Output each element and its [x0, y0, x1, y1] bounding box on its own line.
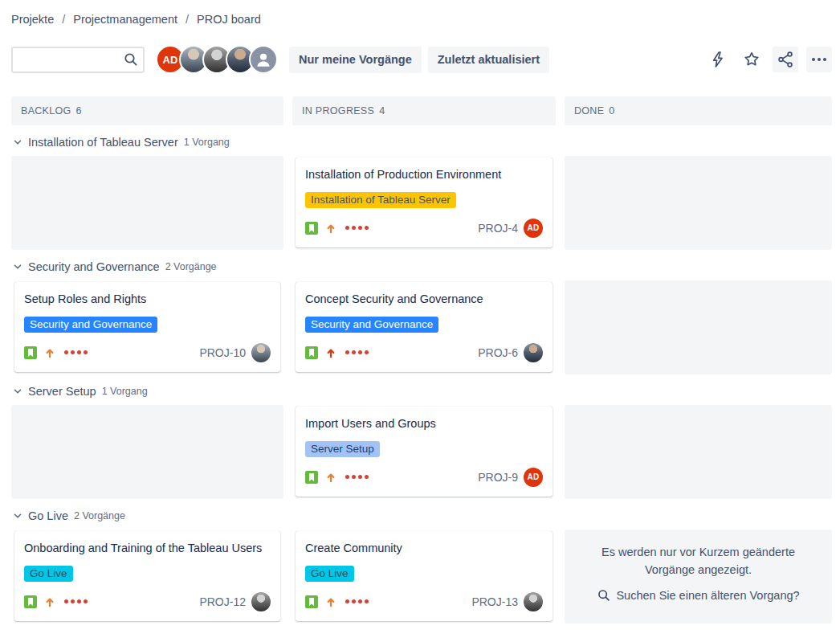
story-points-dots	[345, 599, 369, 603]
story-points-dots	[345, 350, 369, 354]
notice-message: Es werden nur vor Kurzem geänderte Vorgä…	[589, 544, 808, 579]
story-points-dots	[64, 350, 88, 354]
assignee-avatar[interactable]	[524, 592, 543, 611]
issue-title: Setup Roles and Rights	[24, 292, 271, 307]
avatar-group: AD	[156, 45, 278, 74]
issue-card-proj-4[interactable]: Installation of Production Environment I…	[296, 157, 553, 247]
epic-label: Go Live	[305, 566, 354, 582]
epic-label: Installation of Tableau Server	[305, 192, 456, 208]
swimlane-header-go-live[interactable]: Go Live 2 Vorgänge	[11, 509, 832, 522]
chevron-down-icon	[11, 385, 24, 398]
swimlane-installation: Installation of Production Environment I…	[11, 156, 832, 250]
story-type-icon	[305, 595, 318, 608]
lane-cell-backlog	[11, 405, 283, 499]
issue-card-footer: PROJ-9 AD	[305, 468, 543, 487]
lane-cell-backlog: Setup Roles and Rights Security and Gove…	[11, 280, 283, 374]
issue-key: PROJ-12	[199, 595, 246, 608]
breadcrumb-projects-link[interactable]: Projekte	[11, 13, 54, 26]
lane-cell-done: Es werden nur vor Kurzem geänderte Vorgä…	[565, 530, 832, 624]
swimlane-title: Go Live	[28, 509, 68, 522]
story-type-icon	[305, 222, 318, 235]
swimlane-server-setup: Import Users and Groups Server Setup PRO…	[11, 405, 832, 499]
share-button[interactable]	[773, 47, 798, 72]
swimlane-title: Server Setup	[28, 385, 96, 398]
share-icon	[776, 50, 795, 69]
story-type-icon	[305, 471, 318, 484]
breadcrumb-board-link[interactable]: PROJ board	[197, 13, 261, 26]
issue-title: Installation of Production Environment	[305, 167, 543, 182]
empty-column-area	[565, 156, 832, 250]
issue-title: Onboarding and Training of the Tableau U…	[24, 541, 271, 556]
search-older-issue-link[interactable]: Suchen Sie einen älteren Vorgang?	[597, 588, 799, 603]
epic-label: Security and Governance	[305, 317, 438, 333]
issue-key: PROJ-9	[478, 471, 518, 484]
done-column-notice: Es werden nur vor Kurzem geänderte Vorgä…	[565, 530, 832, 624]
epic-label: Go Live	[24, 566, 73, 582]
assignee-avatar[interactable]: AD	[524, 468, 543, 487]
swimlane-title: Security and Governance	[28, 260, 160, 273]
story-points-dots	[64, 599, 88, 603]
swimlane-go-live: Onboarding and Training of the Tableau U…	[11, 530, 832, 624]
empty-column-area	[565, 280, 832, 374]
swimlane-security: Setup Roles and Rights Security and Gove…	[11, 280, 832, 374]
lane-cell-in-progress: Installation of Production Environment I…	[292, 156, 556, 250]
issue-key: PROJ-4	[478, 222, 518, 235]
swimlane-header-server-setup[interactable]: Server Setup 1 Vorgang	[11, 385, 832, 398]
board-toolbar: AD Nur meine Vorgänge Zuletzt aktualisie…	[11, 45, 832, 74]
breadcrumb-separator: /	[186, 13, 189, 26]
issue-card-proj-13[interactable]: Create Community Go Live PROJ-13	[296, 531, 553, 621]
issue-card-footer: PROJ-13	[305, 592, 543, 611]
automation-bolt-button[interactable]	[705, 47, 731, 72]
issue-key: PROJ-13	[471, 595, 518, 608]
issue-card-proj-10[interactable]: Setup Roles and Rights Security and Gove…	[14, 282, 280, 372]
chevron-down-icon	[11, 136, 24, 149]
only-my-issues-button[interactable]: Nur meine Vorgänge	[289, 47, 422, 73]
breadcrumb-project-link[interactable]: Projectmanagement	[73, 13, 177, 26]
assignee-avatar[interactable]: AD	[524, 219, 543, 238]
assignee-avatar[interactable]	[524, 343, 543, 362]
search-older-issue-label: Suchen Sie einen älteren Vorgang?	[616, 589, 799, 602]
lane-cell-in-progress: Create Community Go Live PROJ-13	[292, 530, 556, 624]
story-points-dots	[345, 226, 369, 230]
board-actions	[705, 47, 832, 72]
lane-cell-done	[565, 280, 832, 374]
star-button[interactable]	[739, 47, 765, 72]
assignee-avatar[interactable]	[251, 592, 271, 611]
board-search	[11, 47, 145, 73]
swimlane-header-installation[interactable]: Installation of Tableau Server 1 Vorgang	[11, 136, 832, 149]
avatar-anonymous[interactable]	[249, 45, 278, 74]
issue-title: Concept Security and Governance	[305, 292, 543, 307]
lane-cell-in-progress: Import Users and Groups Server Setup PRO…	[292, 405, 556, 499]
issue-card-footer: PROJ-10	[24, 343, 271, 362]
bolt-icon	[708, 50, 728, 69]
lane-cell-backlog: Onboarding and Training of the Tableau U…	[11, 530, 283, 624]
recently-updated-button[interactable]: Zuletzt aktualisiert	[428, 47, 549, 73]
column-header-done: DONE0	[565, 96, 832, 125]
priority-high-icon	[324, 222, 337, 235]
swimlane-header-security[interactable]: Security and Governance 2 Vorgänge	[11, 260, 832, 273]
issue-card-proj-9[interactable]: Import Users and Groups Server Setup PRO…	[296, 407, 553, 497]
swimlane-count: 1 Vorgang	[102, 386, 148, 397]
empty-column-area	[565, 405, 832, 499]
epic-label: Security and Governance	[24, 317, 157, 333]
issue-key: PROJ-10	[199, 346, 246, 359]
chevron-down-icon	[11, 509, 24, 522]
priority-high-icon	[324, 595, 337, 608]
issue-key: PROJ-6	[478, 346, 518, 359]
priority-high-icon	[43, 346, 56, 359]
priority-high-icon	[43, 595, 56, 608]
assignee-avatar[interactable]	[251, 343, 271, 362]
priority-highest-icon	[324, 346, 337, 359]
epic-label: Server Setup	[305, 441, 380, 457]
issue-card-footer: PROJ-4 AD	[305, 219, 543, 238]
more-button[interactable]	[806, 47, 832, 72]
issue-card-footer: PROJ-12	[24, 592, 271, 611]
issue-card-proj-6[interactable]: Concept Security and Governance Security…	[296, 282, 553, 372]
story-points-dots	[345, 475, 369, 479]
search-icon	[123, 51, 139, 67]
empty-column-area	[11, 156, 283, 250]
story-type-icon	[305, 346, 318, 359]
story-type-icon	[24, 346, 37, 359]
lane-cell-done	[565, 156, 832, 250]
issue-card-proj-12[interactable]: Onboarding and Training of the Tableau U…	[14, 531, 280, 621]
